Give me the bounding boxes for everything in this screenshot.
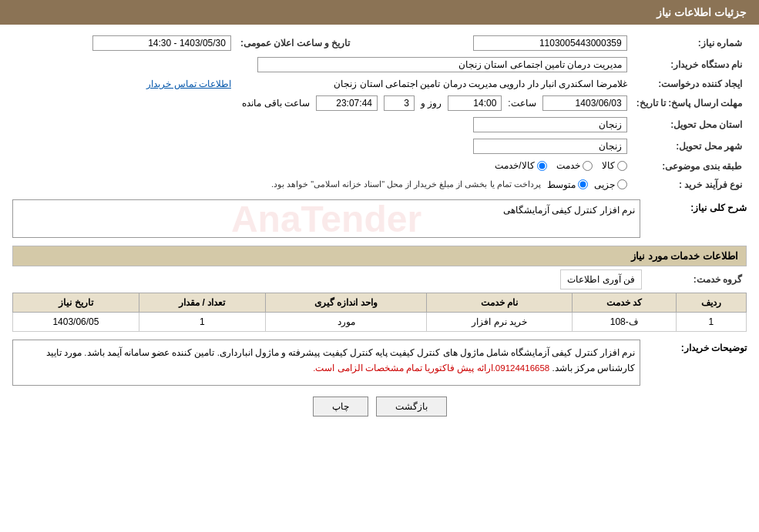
description-value: نرم افزار کنترل کیفی آزمایشگاهی: [503, 205, 635, 216]
deadline-label: مهلت ارسال پاسخ: تا تاریخ:: [632, 92, 747, 114]
category-option-1[interactable]: کالا: [602, 160, 627, 171]
back-button[interactable]: بازگشت: [376, 396, 447, 417]
grid-col-code: کد خدمت: [572, 293, 676, 312]
description-value-container: نرم افزار کنترل کیفی آزمایشگاهی AnaTende…: [12, 199, 640, 238]
deadline-days: 3: [384, 95, 415, 111]
deadline-date: 1403/06/03: [542, 95, 627, 111]
delivery-city-value: زنجان: [473, 139, 627, 154]
purchase-type-note: پرداخت تمام یا بخشی از مبلغ خریدار از مح…: [271, 179, 541, 189]
buyer-org-label: نام دستگاه خریدار:: [632, 54, 747, 75]
deadline-remaining: 23:07:44: [316, 95, 378, 111]
grid-col-row: ردیف: [676, 293, 746, 312]
deadline-time: 14:00: [448, 95, 502, 111]
category-option-3[interactable]: کالا/خدمت: [495, 160, 546, 171]
page-title: جزئیات اطلاعات نیاز: [657, 6, 747, 18]
services-section-title: اطلاعات خدمات مورد نیاز: [12, 246, 747, 266]
description-label: شرح کلی نیاز:: [646, 199, 747, 213]
deadline-time-label: ساعت:: [508, 98, 536, 109]
buyer-desc-label: توضیحات خریدار:: [646, 340, 747, 353]
grid-col-name: نام خدمت: [427, 293, 573, 312]
delivery-province-value: زنجان: [473, 117, 627, 132]
purchase-type-label: نوع فرآیند خرید :: [632, 176, 747, 193]
category-option-2[interactable]: خدمت: [556, 160, 593, 171]
table-row: 1ف-108خرید نرم افزارمورد11403/06/05: [13, 312, 747, 331]
purchase-type-option-2[interactable]: متوسط: [547, 179, 588, 190]
buyer-desc-text: نرم افزار کنترل کیفی آزمایشگاه شامل ماژو…: [12, 340, 640, 386]
grid-col-date: تاریخ نیاز: [13, 293, 139, 312]
tender-number-value: 1103005443000359: [473, 35, 627, 51]
grid-col-quantity: تعداد / مقدار: [139, 293, 265, 312]
service-group-value: فن آوری اطلاعات: [560, 269, 642, 289]
page-header: جزئیات اطلاعات نیاز: [0, 0, 759, 25]
category-label: طبقه بندی موضوعی:: [632, 157, 747, 176]
deadline-days-label: روز و: [421, 98, 442, 109]
services-grid: ردیف کد خدمت نام خدمت واحد اندازه گیری ت…: [12, 293, 747, 332]
announcement-label: تاریخ و ساعت اعلان عمومی:: [236, 32, 354, 54]
service-group-label: گروه خدمت:: [646, 271, 747, 288]
requester-value: غلامرضا اسکندری انبار دار دارویی مدیریت …: [334, 79, 626, 89]
tender-number-label: شماره نیاز:: [632, 32, 747, 54]
buyer-org-value: مدیریت درمان تامین اجتماعی استان زنجان: [257, 57, 627, 72]
delivery-city-label: شهر محل تحویل:: [632, 136, 747, 157]
delivery-province-label: استان محل تحویل:: [632, 114, 747, 136]
purchase-type-option-1[interactable]: جزیی: [594, 179, 627, 190]
contact-link[interactable]: اطلاعات تماس خریدار: [146, 79, 231, 89]
watermark: AnaTender: [231, 197, 421, 239]
announcement-value: 1403/05/30 - 14:30: [92, 35, 231, 51]
deadline-remaining-label: ساعت باقی مانده: [242, 98, 310, 109]
button-bar: بازگشت چاپ: [12, 396, 747, 417]
grid-col-unit: واحد اندازه گیری: [265, 293, 427, 312]
requester-label: ایجاد کننده درخواست:: [632, 75, 747, 92]
print-button[interactable]: چاپ: [313, 396, 368, 417]
